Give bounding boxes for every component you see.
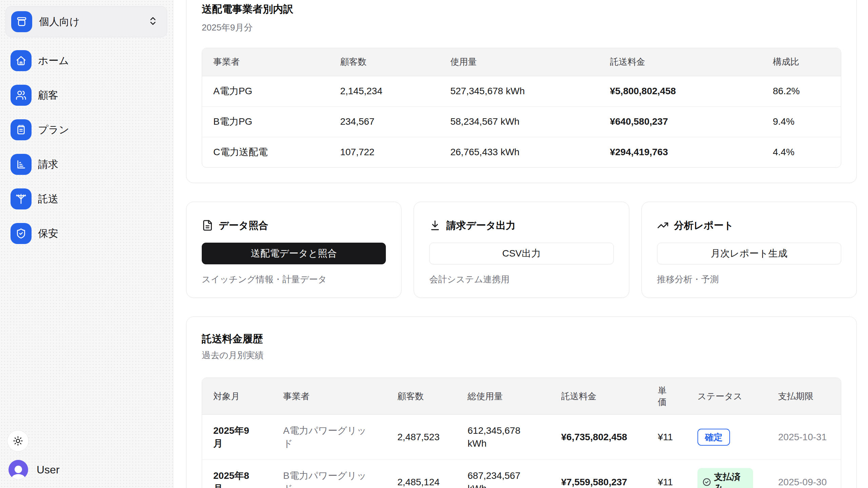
chevron-up-down-icon [148,16,158,27]
status-badge-confirmed: 確定 [697,429,730,446]
sidebar-item-billing[interactable]: 請求 [11,154,69,175]
card-title: 分析レポート [674,218,734,232]
col-total-usage: 総使用量 [456,378,550,414]
unit-price-cell: ¥11 [647,414,686,460]
monthly-report-button[interactable]: 月次レポート生成 [657,243,841,264]
archive-box-icon [16,16,27,27]
operator-cell: A電力PG [202,76,329,106]
sun-icon [13,436,23,446]
sidebar-item-label: プラン [38,123,69,137]
ratio-cell: 9.4% [762,106,841,137]
sidebar-item-safety[interactable]: 保安 [11,223,69,244]
home-icon [11,50,32,71]
sidebar: 個人向け ホーム 顧客 プラン [0,0,173,488]
col-operator: 事業者 [272,378,386,414]
operator-cell: A電力パワーグリッド [272,414,386,460]
customers-cell: 2,487,523 [386,414,456,460]
table-row: B電力PG 234,567 58,234,567 kWh ¥640,580,23… [202,106,841,137]
check-circle-icon [702,477,711,487]
breakdown-table: 事業者 顧客数 使用量 託送料金 構成比 A電力PG 2,145,234 527… [202,48,841,168]
user-name: User [37,464,60,476]
app-root: 個人向け ホーム 顧客 プラン [0,0,868,488]
sidebar-item-label: 託送 [38,192,58,206]
usage-cell: 58,234,567 kWh [439,106,598,137]
sidebar-item-customers[interactable]: 顧客 [11,85,69,106]
operator-cell: C電力送配電 [202,137,329,167]
sidebar-item-plans[interactable]: プラン [11,119,69,140]
card-note: 推移分析・予測 [657,273,841,285]
card-note: スイッチング情報・計量データ [202,273,386,285]
csv-export-button[interactable]: CSV出力 [429,243,613,264]
billing-chart-icon [11,154,32,175]
customers-cell: 234,567 [329,106,439,137]
month-cell: 2025年8月 [202,460,272,488]
billing-export-card: 請求データ出力 CSV出力 会計システム連携用 [414,202,629,298]
col-fee: 託送料金 [599,48,762,76]
sidebar-item-wheeling[interactable]: 託送 [11,188,69,209]
customers-cell: 2,485,124 [386,460,456,488]
usage-cell: 527,345,678 kWh [439,76,598,106]
col-month: 対象月 [202,378,272,414]
table-row: 2025年9月 A電力パワーグリッド 2,487,523 612,345,678… [202,414,841,460]
status-cell: 支払済み [686,460,767,488]
data-matching-card: データ照合 送配電データと照合 スイッチング情報・計量データ [186,202,401,298]
sidebar-item-label: 保安 [38,227,58,241]
fee-cell: ¥294,419,763 [599,137,762,167]
clipboard-icon [11,119,32,140]
table-row: 2025年8月 B電力パワーグリッド 2,485,124 687,234,567… [202,460,841,488]
status-badge-paid: 支払済み [697,468,753,488]
unit-price-cell: ¥11 [647,460,686,488]
utility-pole-icon [11,188,32,209]
sidebar-item-label: ホーム [38,54,69,68]
history-title: 託送料金履歴 [202,332,841,346]
col-operator: 事業者 [202,48,329,76]
due-date-cell: 2025-10-31 [767,414,841,460]
workspace-icon [11,11,32,32]
table-row: A電力PG 2,145,234 527,345,678 kWh ¥5,800,8… [202,76,841,106]
history-card: 託送料金履歴 過去の月別実績 対象月 事業者 顧客数 総使用量 託送料 [186,317,857,488]
theme-toggle-button[interactable] [7,430,29,452]
col-due-date: 支払期限 [767,378,841,414]
col-ratio: 構成比 [762,48,841,76]
due-date-cell: 2025-09-30 [767,460,841,488]
col-customers: 顧客数 [386,378,456,414]
card-title: 請求データ出力 [446,218,515,232]
status-cell: 確定 [686,414,767,460]
file-text-icon [202,220,213,231]
main-content: 送配電事業者別内訳 2025年9月分 事業者 顧客数 使用量 託送料金 構成比 [174,0,868,488]
avatar [8,460,28,480]
card-title: データ照合 [219,218,268,232]
sidebar-item-label: 請求 [38,158,58,171]
fee-cell: ¥7,559,580,237 [550,460,647,488]
trending-up-icon [657,220,669,231]
usage-cell: 26,765,433 kWh [439,137,598,167]
history-table: 対象月 事業者 顧客数 総使用量 託送料金 単価 ステータス 支払期限 2025 [202,378,841,488]
table-row: C電力送配電 107,722 26,765,433 kWh ¥294,419,7… [202,137,841,167]
fee-cell: ¥6,735,802,458 [550,414,647,460]
users-icon [11,85,32,106]
fee-cell: ¥640,580,237 [599,106,762,137]
ratio-cell: 86.2% [762,76,841,106]
col-usage: 使用量 [439,48,598,76]
usage-cell: 687,234,567 kWh [456,460,550,488]
reconcile-button[interactable]: 送配電データと照合 [202,243,386,264]
breakdown-subtitle: 2025年9月分 [202,21,841,34]
user-menu[interactable]: User [8,460,60,480]
history-subtitle: 過去の月別実績 [202,349,841,361]
usage-cell: 612,345,678 kWh [456,414,550,460]
breakdown-header-row: 事業者 顧客数 使用量 託送料金 構成比 [202,48,841,76]
analysis-report-card: 分析レポート 月次レポート生成 推移分析・予測 [642,202,857,298]
download-icon [429,220,441,231]
workspace-switcher[interactable]: 個人向け [5,6,167,37]
col-status: ステータス [686,378,767,414]
shield-check-icon [11,223,32,244]
card-note: 会計システム連携用 [429,273,613,285]
month-cell: 2025年9月 [202,414,272,460]
breakdown-card: 送配電事業者別内訳 2025年9月分 事業者 顧客数 使用量 託送料金 構成比 [186,0,857,183]
fee-cell: ¥5,800,802,458 [599,76,762,106]
history-header-row: 対象月 事業者 顧客数 総使用量 託送料金 単価 ステータス 支払期限 [202,378,841,414]
ratio-cell: 4.4% [762,137,841,167]
sidebar-item-home[interactable]: ホーム [11,50,69,71]
col-customers: 顧客数 [329,48,439,76]
col-fee: 託送料金 [550,378,647,414]
